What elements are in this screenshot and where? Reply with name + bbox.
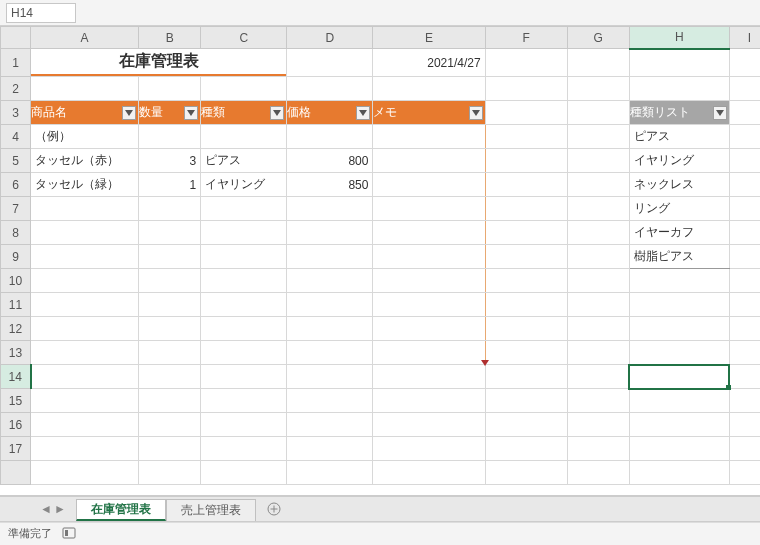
row-header-2[interactable]: 2 <box>1 77 31 101</box>
svg-marker-4 <box>472 110 480 116</box>
sheet-tab-active[interactable]: 在庫管理表 <box>76 499 166 521</box>
th-price[interactable]: 価格 <box>287 101 373 125</box>
date-cell[interactable]: 2021/4/27 <box>373 49 484 76</box>
tab-nav-prev-icon[interactable]: ◄ <box>40 502 52 516</box>
sheet-tabs-row: ◄ ► 在庫管理表 売上管理表 <box>0 496 760 522</box>
list-item[interactable]: 樹脂ピアス <box>630 245 729 268</box>
col-header-F[interactable]: F <box>485 27 567 49</box>
col-header-A[interactable]: A <box>31 27 139 49</box>
list-item[interactable]: ネックレス <box>630 173 729 196</box>
column-headers[interactable]: A B C D E F G H I <box>1 27 761 49</box>
svg-marker-5 <box>716 110 724 116</box>
cell-A4[interactable]: （例） <box>31 125 138 148</box>
filter-button[interactable] <box>184 106 198 120</box>
row-header-3[interactable]: 3 <box>1 101 31 125</box>
cell-D4[interactable] <box>287 125 372 148</box>
status-ready: 準備完了 <box>8 526 52 541</box>
th-memo[interactable]: メモ <box>373 101 485 125</box>
row-header-7[interactable]: 7 <box>1 197 31 221</box>
row-header-15[interactable]: 15 <box>1 389 31 413</box>
title-cell[interactable]: 在庫管理表 <box>31 49 286 76</box>
list-item[interactable]: ピアス <box>630 125 729 148</box>
col-header-G[interactable]: G <box>567 27 629 49</box>
col-header-E[interactable]: E <box>373 27 485 49</box>
filter-button[interactable] <box>122 106 136 120</box>
svg-rect-9 <box>63 528 75 538</box>
svg-marker-2 <box>273 110 281 116</box>
th-name[interactable]: 商品名 <box>31 101 139 125</box>
col-header-I[interactable]: I <box>729 27 760 49</box>
name-box-value: H14 <box>11 6 33 20</box>
col-header-B[interactable]: B <box>139 27 201 49</box>
tab-nav[interactable]: ◄ ► <box>30 497 76 521</box>
th-qty[interactable]: 数量 <box>139 101 201 125</box>
cell-B4[interactable] <box>139 125 200 148</box>
filter-button[interactable] <box>469 106 483 120</box>
row-header-17[interactable]: 17 <box>1 437 31 461</box>
filter-button[interactable] <box>713 106 727 120</box>
accessibility-icon[interactable] <box>62 527 76 541</box>
row-header-16[interactable]: 16 <box>1 413 31 437</box>
cell-C5[interactable]: ピアス <box>201 149 286 172</box>
svg-marker-0 <box>125 110 133 116</box>
filter-button[interactable] <box>270 106 284 120</box>
status-bar: 準備完了 <box>0 522 760 544</box>
name-box[interactable]: H14 <box>6 3 76 23</box>
list-item[interactable]: リング <box>630 197 729 220</box>
plus-circle-icon <box>267 502 281 516</box>
svg-rect-10 <box>65 530 68 536</box>
list-item[interactable]: イヤーカフ <box>630 221 729 244</box>
active-cell-H14[interactable] <box>629 365 729 389</box>
row-header-1[interactable]: 1 <box>1 49 31 77</box>
spreadsheet-grid[interactable]: A B C D E F G H I 1 在庫管理表 2021/4/27 2 3 … <box>0 26 760 496</box>
row-header-6[interactable]: 6 <box>1 173 31 197</box>
row-header-8[interactable]: 8 <box>1 221 31 245</box>
tab-nav-next-icon[interactable]: ► <box>54 502 66 516</box>
row-header-9[interactable]: 9 <box>1 245 31 269</box>
col-header-H[interactable]: H <box>629 27 729 49</box>
row-header-blank[interactable] <box>1 461 31 485</box>
select-all-corner[interactable] <box>1 27 31 49</box>
filter-button[interactable] <box>356 106 370 120</box>
svg-marker-1 <box>187 110 195 116</box>
cell-D5[interactable]: 800 <box>287 149 372 172</box>
cell-C4[interactable] <box>201 125 286 148</box>
list-header[interactable]: 種類リスト <box>629 101 729 125</box>
row-header-13[interactable]: 13 <box>1 341 31 365</box>
row-header-11[interactable]: 11 <box>1 293 31 317</box>
col-header-D[interactable]: D <box>287 27 373 49</box>
cell-C6[interactable]: イヤリング <box>201 173 286 196</box>
formula-bar[interactable] <box>84 3 760 23</box>
table-resize-handle[interactable] <box>481 360 489 366</box>
row-header-12[interactable]: 12 <box>1 317 31 341</box>
th-type[interactable]: 種類 <box>201 101 287 125</box>
cell-B5[interactable]: 3 <box>139 149 200 172</box>
list-item[interactable]: イヤリング <box>630 149 729 172</box>
row-header-10[interactable]: 10 <box>1 269 31 293</box>
cell-A5[interactable]: タッセル（赤） <box>31 149 138 172</box>
add-sheet-button[interactable] <box>262 497 286 521</box>
row-header-5[interactable]: 5 <box>1 149 31 173</box>
cell-B6[interactable]: 1 <box>139 173 200 196</box>
formula-bar-row: H14 <box>0 0 760 26</box>
cell-D6[interactable]: 850 <box>287 173 372 196</box>
col-header-C[interactable]: C <box>201 27 287 49</box>
cell-E4[interactable] <box>373 125 484 148</box>
row-header-4[interactable]: 4 <box>1 125 31 149</box>
row-header-14[interactable]: 14 <box>1 365 31 389</box>
cell-A6[interactable]: タッセル（緑） <box>31 173 138 196</box>
sheet-tab-other[interactable]: 売上管理表 <box>166 499 256 521</box>
svg-marker-3 <box>359 110 367 116</box>
